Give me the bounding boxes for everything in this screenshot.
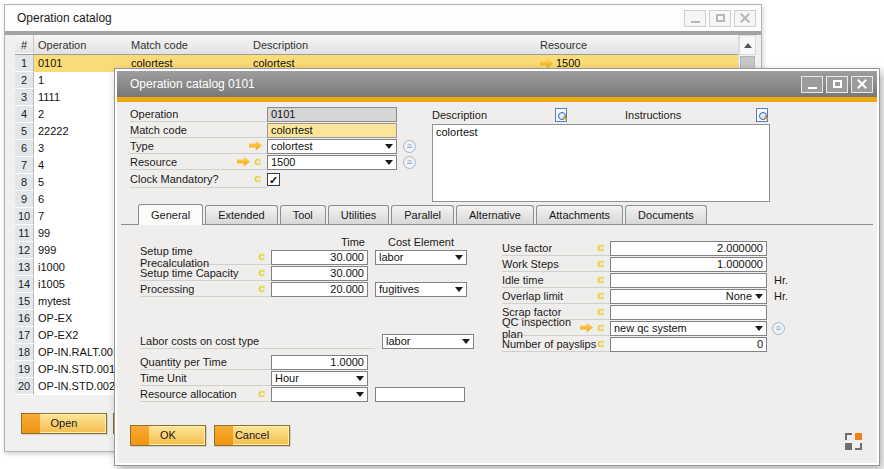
dialog-minimize-button[interactable]: [801, 76, 823, 93]
type-dropdown[interactable]: colortest: [267, 139, 397, 154]
tab-attachments[interactable]: Attachments: [536, 205, 623, 224]
chevron-down-icon: [356, 392, 364, 401]
cost-element-column-header: Cost Element: [375, 236, 467, 248]
col-resource[interactable]: Resource: [536, 35, 756, 54]
operation-field: 0101: [267, 107, 397, 122]
maximize-button[interactable]: [709, 10, 731, 27]
row-number: 4: [15, 106, 34, 123]
link-arrow-icon[interactable]: [237, 156, 250, 167]
c-flag-icon: [258, 268, 266, 278]
setup-capacity-field[interactable]: 30.000: [271, 266, 368, 281]
tab-strip: General Extended Tool Utilities Parallel…: [121, 205, 873, 225]
row-number: 15: [15, 293, 34, 310]
row-number: 8: [15, 174, 34, 191]
c-flag-icon: [597, 323, 605, 333]
row-number: 17: [15, 327, 34, 344]
match-code-field[interactable]: colortest: [267, 123, 397, 138]
tab-general[interactable]: General: [138, 204, 203, 225]
chevron-down-icon: [385, 160, 393, 169]
link-arrow-icon[interactable]: [580, 322, 593, 333]
window-title: Operation catalog: [17, 11, 112, 25]
clock-mandatory-checkbox[interactable]: [267, 173, 280, 186]
time-unit-dropdown[interactable]: Hour: [271, 371, 368, 386]
overlap-limit-dropdown[interactable]: None: [610, 289, 767, 304]
description-textarea[interactable]: colortest: [432, 124, 770, 202]
tab-alternative[interactable]: Alternative: [456, 205, 534, 224]
col-description[interactable]: Description: [249, 35, 536, 54]
resource-dropdown[interactable]: 1500: [267, 155, 397, 170]
link-arrow-icon[interactable]: [249, 140, 262, 151]
time-unit-label: Time Unit: [140, 372, 187, 384]
c-flag-icon: [597, 243, 605, 253]
dialog-titlebar[interactable]: Operation catalog 0101: [117, 71, 877, 97]
use-factor-field[interactable]: 2.000000: [610, 241, 767, 256]
open-button[interactable]: Open: [21, 413, 107, 434]
header-form: Operation 0101 Match code colortest Type…: [130, 106, 430, 188]
tab-tool[interactable]: Tool: [280, 205, 326, 224]
c-flag-icon: [258, 284, 266, 294]
dialog-close-button[interactable]: [851, 76, 873, 93]
ok-button[interactable]: OK: [130, 425, 206, 446]
close-button[interactable]: [734, 10, 756, 27]
col-operation[interactable]: Operation: [34, 35, 127, 54]
qc-inspection-plan-dropdown[interactable]: new qc system: [610, 321, 767, 336]
processing-field[interactable]: 20.000: [271, 282, 368, 297]
instructions-label: Instructions: [625, 109, 681, 121]
setup-precalc-cost-dropdown[interactable]: labor: [375, 250, 467, 265]
maximize-icon: [833, 80, 842, 88]
choose-list-icon[interactable]: [403, 156, 416, 169]
close-icon: [740, 13, 750, 23]
description-preview-icon[interactable]: [555, 108, 567, 122]
dialog-maximize-button[interactable]: [826, 76, 848, 93]
col-match-code[interactable]: Match code: [127, 35, 249, 54]
qty-per-time-label: Quantity per Time: [140, 356, 227, 368]
labor-costs-dropdown[interactable]: labor: [382, 334, 474, 349]
tab-extended[interactable]: Extended: [205, 205, 277, 224]
tab-documents[interactable]: Documents: [625, 205, 707, 224]
scrap-factor-field[interactable]: [610, 305, 767, 320]
choose-list-icon[interactable]: [772, 322, 785, 335]
row-number: 13: [15, 259, 34, 276]
cancel-button[interactable]: Cancel: [214, 425, 290, 446]
work-steps-field[interactable]: 1.000000: [610, 257, 767, 272]
chevron-down-icon: [755, 294, 763, 303]
idle-time-label: Idle time: [502, 274, 544, 286]
row-number: 14: [15, 276, 34, 293]
idle-time-field[interactable]: [610, 273, 767, 288]
window-titlebar[interactable]: Operation catalog: [5, 5, 761, 31]
resource-allocation-extra-field[interactable]: [375, 387, 465, 402]
row-number: 7: [15, 157, 34, 174]
row-number: 19: [15, 361, 34, 378]
maximize-icon: [716, 14, 725, 22]
setup-precalc-field[interactable]: 30.000: [271, 250, 368, 265]
chevron-down-icon: [755, 326, 763, 335]
chevron-down-icon: [455, 255, 463, 264]
resize-grip-icon[interactable]: [845, 433, 862, 450]
table-header[interactable]: # Operation Match code Description Resou…: [15, 35, 756, 55]
qty-per-time-field[interactable]: 1.0000: [271, 355, 368, 370]
general-right-column: Use factor 2.000000 Work Steps 1.000000 …: [502, 240, 802, 352]
scroll-up-button[interactable]: [739, 35, 756, 55]
resource-allocation-dropdown[interactable]: [271, 387, 368, 402]
tab-parallel[interactable]: Parallel: [391, 205, 454, 224]
row-number: 2: [15, 72, 34, 89]
minimize-button[interactable]: [684, 10, 706, 27]
c-flag-icon: [597, 307, 605, 317]
dialog-title: Operation catalog 0101: [130, 77, 255, 91]
row-number: 18: [15, 344, 34, 361]
tab-utilities[interactable]: Utilities: [328, 205, 389, 224]
chevron-down-icon: [356, 376, 364, 385]
setup-capacity-label: Setup time Capacity: [140, 267, 238, 279]
c-flag-icon: [597, 275, 605, 285]
c-flag-icon: [597, 259, 605, 269]
c-flag-icon: [254, 174, 262, 184]
row-number: 1: [15, 55, 34, 72]
choose-list-icon[interactable]: [403, 140, 416, 153]
row-number: 11: [15, 225, 34, 242]
instructions-preview-icon[interactable]: [756, 108, 768, 122]
payslips-label: Number of payslips: [502, 338, 596, 350]
processing-cost-dropdown[interactable]: fugitives: [375, 282, 467, 297]
row-number: 3: [15, 89, 34, 106]
col-num[interactable]: #: [15, 35, 34, 54]
payslips-field[interactable]: 0: [610, 337, 767, 352]
